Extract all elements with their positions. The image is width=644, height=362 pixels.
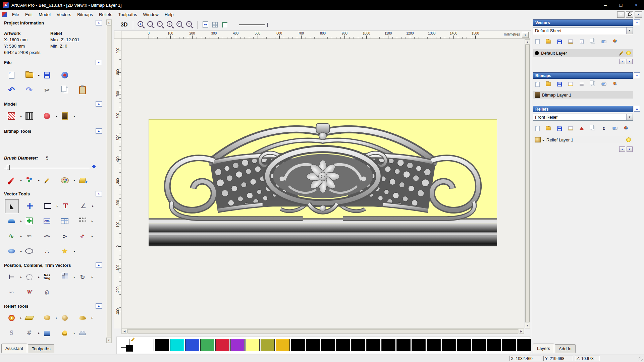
flyout-arrow-icon[interactable]: ▸ bbox=[20, 235, 22, 238]
set-model-size-icon[interactable]: ▸ bbox=[5, 109, 18, 123]
collapse-section-button[interactable]: ▲ bbox=[96, 101, 102, 107]
palette-swatch-11[interactable] bbox=[306, 339, 320, 351]
create-spiral-icon[interactable] bbox=[40, 285, 54, 299]
zoom-fit-icon[interactable] bbox=[175, 20, 184, 29]
paste-icon[interactable] bbox=[76, 83, 89, 97]
menu-item-file[interactable]: File bbox=[9, 10, 22, 19]
menu-item-reliefs[interactable]: Reliefs bbox=[96, 10, 115, 19]
palette-swatch-22[interactable] bbox=[472, 339, 486, 351]
weld-vectors-icon[interactable] bbox=[22, 285, 36, 299]
ruler-options-button[interactable]: ▾ bbox=[522, 32, 529, 38]
transform-vectors-icon[interactable] bbox=[23, 199, 37, 213]
merge-bitmap-layers-icon[interactable] bbox=[611, 81, 618, 87]
copy-relief-icon[interactable] bbox=[589, 125, 596, 132]
palette-swatch-2[interactable] bbox=[170, 339, 184, 351]
palette-swatch-21[interactable] bbox=[457, 339, 471, 351]
save-bitmap-icon[interactable] bbox=[556, 81, 563, 87]
maximize-button[interactable]: □ bbox=[613, 0, 629, 10]
tab-assistant[interactable]: Assistant bbox=[1, 344, 27, 353]
shape-editor-icon[interactable]: ▸ bbox=[5, 311, 18, 324]
redo-icon[interactable] bbox=[22, 83, 36, 97]
scroll-up-button[interactable]: ▲ bbox=[525, 39, 530, 45]
fan-relief-icon[interactable] bbox=[40, 341, 54, 344]
relief-layer-row[interactable]: ▸ Relief Layer 1 bbox=[533, 136, 633, 143]
canvas-horizontal-scrollbar[interactable]: ◀ ▶ bbox=[121, 328, 524, 334]
create-ellipse-icon[interactable] bbox=[22, 244, 36, 258]
move-layer-down-button[interactable]: ▼ bbox=[627, 146, 633, 152]
palette-swatch-17[interactable] bbox=[396, 339, 411, 351]
node-editing-icon[interactable] bbox=[40, 244, 54, 258]
snap-grid-icon[interactable] bbox=[211, 20, 219, 29]
create-circle-icon[interactable]: ▸ bbox=[5, 244, 18, 258]
file-manager-icon[interactable] bbox=[58, 68, 71, 82]
turn-relief-icon[interactable]: ▸ bbox=[58, 326, 71, 340]
brush-diameter-slider[interactable] bbox=[4, 164, 100, 170]
mdi-minimize-button[interactable]: – bbox=[617, 11, 625, 18]
flyout-arrow-icon[interactable]: ▸ bbox=[74, 331, 75, 335]
menu-item-edit[interactable]: Edit bbox=[22, 10, 36, 19]
bitmap-layer-row[interactable]: Bitmap Layer 1 bbox=[533, 91, 633, 99]
merge-vector-layers-icon[interactable] bbox=[611, 38, 618, 45]
copy-vectors-icon[interactable] bbox=[589, 38, 596, 45]
weave-wizard-icon[interactable]: ▸ bbox=[22, 326, 36, 340]
sculpt-relief-icon[interactable]: ▸ bbox=[40, 311, 54, 324]
save-model-icon[interactable] bbox=[40, 68, 54, 82]
palette-swatch-13[interactable] bbox=[336, 339, 350, 351]
zoom-window-icon[interactable] bbox=[166, 20, 174, 29]
tab-toolpaths[interactable]: Toolpaths bbox=[28, 344, 55, 353]
open-model-icon[interactable]: ▸ bbox=[22, 68, 36, 82]
nesting-icon[interactable] bbox=[40, 270, 54, 284]
move-layer-up-button[interactable]: ▲ bbox=[619, 146, 625, 152]
two-rail-sweep-icon[interactable]: ▸ bbox=[76, 311, 89, 324]
paint-icon[interactable]: ▸ bbox=[5, 174, 18, 187]
zoom-out-icon[interactable] bbox=[146, 20, 155, 29]
align-vectors-icon[interactable]: ▸ bbox=[5, 270, 18, 284]
palette-swatch-5[interactable] bbox=[215, 339, 229, 351]
flyout-arrow-icon[interactable]: ▸ bbox=[56, 316, 57, 319]
flyout-arrow-icon[interactable]: ▸ bbox=[38, 179, 40, 182]
flyout-arrow-icon[interactable]: ▸ bbox=[92, 235, 93, 238]
collapse-vectors-button[interactable]: ▲ bbox=[634, 19, 640, 25]
palette-swatch-10[interactable] bbox=[291, 339, 305, 351]
create-text-icon[interactable] bbox=[59, 199, 72, 213]
resize-grip[interactable] bbox=[639, 357, 643, 361]
layer-visibility-bulb-icon[interactable] bbox=[626, 137, 631, 142]
palette-swatch-14[interactable] bbox=[351, 339, 365, 351]
flyout-arrow-icon[interactable]: ▸ bbox=[74, 276, 75, 279]
scroll-down-button[interactable]: ▼ bbox=[106, 338, 111, 343]
import-relief-icon[interactable] bbox=[567, 125, 574, 132]
delete-relief-layer-icon[interactable] bbox=[611, 125, 618, 132]
collapse-section-button[interactable]: ▲ bbox=[96, 128, 102, 134]
dropdown-arrow-icon[interactable]: ▼ bbox=[626, 27, 633, 34]
palette-swatch-15[interactable] bbox=[366, 339, 380, 351]
colour-palette-icon[interactable]: ▸ bbox=[58, 174, 71, 187]
pan-view-icon[interactable] bbox=[201, 20, 210, 29]
palette-swatch-18[interactable] bbox=[412, 339, 426, 351]
palette-swatch-16[interactable] bbox=[381, 339, 395, 351]
trim-vectors-icon[interactable]: ▸ bbox=[76, 229, 89, 243]
palette-swatch-23[interactable] bbox=[487, 339, 501, 351]
new-model-icon[interactable] bbox=[5, 68, 18, 82]
convert-to-arcs-icon[interactable] bbox=[58, 229, 71, 243]
scrollbar-thumb[interactable] bbox=[107, 25, 111, 337]
menu-item-window[interactable]: Window bbox=[140, 10, 162, 19]
document-icon[interactable] bbox=[2, 12, 7, 17]
scroll-up-button[interactable]: ▲ bbox=[106, 20, 111, 25]
secondary-colour-swatch[interactable] bbox=[126, 345, 133, 352]
mdi-restore-button[interactable] bbox=[626, 11, 633, 18]
tab-add-in[interactable]: Add In bbox=[555, 344, 576, 353]
smooth-relief-icon[interactable] bbox=[22, 311, 36, 324]
sheet-selector[interactable]: Default Sheet ▼ bbox=[533, 27, 633, 34]
assistant-scrollbar[interactable]: ▲ ▼ bbox=[106, 19, 112, 343]
flyout-arrow-icon[interactable]: ▸ bbox=[74, 250, 75, 253]
save-vectors-icon[interactable] bbox=[556, 38, 563, 45]
palette-swatch-7[interactable] bbox=[246, 339, 260, 351]
palette-swatch-19[interactable] bbox=[427, 339, 441, 351]
flyout-arrow-icon[interactable]: ▸ bbox=[57, 204, 58, 207]
layer-visibility-bulb-icon[interactable] bbox=[626, 51, 631, 55]
flood-fill-icon[interactable] bbox=[76, 174, 89, 187]
new-bitmap-layer-icon[interactable] bbox=[534, 81, 541, 87]
texture-sphere-icon[interactable] bbox=[58, 341, 71, 344]
menu-item-model[interactable]: Model bbox=[36, 10, 53, 19]
delete-bitmap-layer-icon[interactable] bbox=[600, 81, 607, 87]
